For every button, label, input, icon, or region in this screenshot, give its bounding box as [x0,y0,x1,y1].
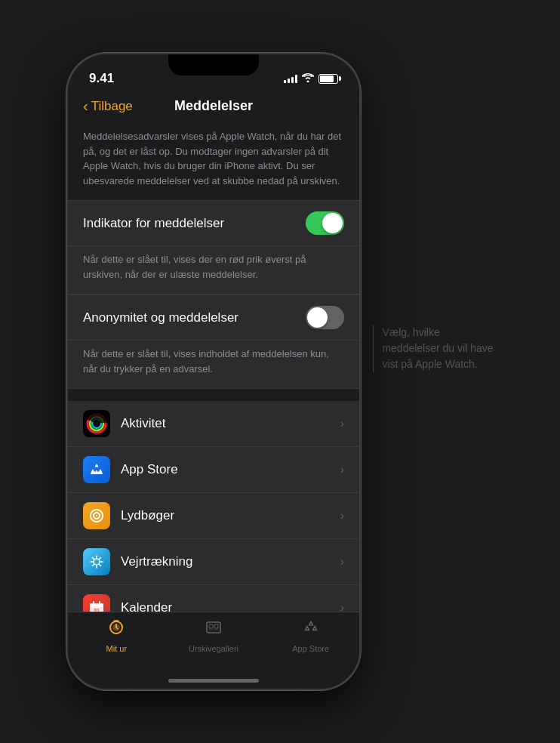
toggle-indikator[interactable] [306,211,344,235]
svg-rect-33 [214,624,218,628]
setting-label-indikator: Indikator for meddelelser [83,216,224,231]
side-annotation: Vælg, hvilke meddelelser du vil have vis… [373,325,494,372]
chevron-right-aktivitet: › [340,417,344,430]
tab-app-store[interactable]: App Store [262,618,359,653]
app-list: Aktivitet › A [68,401,359,612]
tab-app-store-icon [302,618,320,641]
chevron-right-kalender: › [340,601,344,612]
app-row-aktivitet[interactable]: Aktivitet › [68,401,359,447]
wifi-icon [302,72,314,85]
svg-line-14 [99,564,100,566]
chevron-right-lydbøger: › [340,509,344,523]
sub-description-anonymitet: Når dette er slået til, vises indholdet … [68,341,359,389]
app-row-vejrtrækning[interactable]: Vejrtrækning › [68,539,359,585]
app-name-appstore: App Store [121,462,340,477]
description-block: Meddelelsesadvarsler vises på Apple Watc… [68,120,359,200]
tab-bar: Mit ur Urskivegalleri [68,612,359,672]
tab-mit-ur-label: Mit ur [106,644,128,653]
signal-bar-4 [295,75,297,83]
vejrtrækning-icon [83,548,110,575]
battery-icon [318,74,338,84]
svg-line-15 [99,558,100,560]
back-button[interactable]: ‹ Tilbage [83,99,133,114]
home-indicator [68,672,359,689]
back-label: Tilbage [91,99,133,114]
app-name-kalender: Kalender [121,600,340,612]
separator-thick [68,389,359,395]
battery-fill [320,76,334,82]
notch [168,54,259,76]
chevron-right-appstore: › [340,463,344,476]
nav-bar: ‹ Tilbage Meddelelser [68,92,359,120]
toggle-knob-indikator [322,213,343,233]
setting-row-anonymitet[interactable]: Anonymitet og meddelelser [68,295,359,341]
scroll-content[interactable]: Meddelelsesadvarsler vises på Apple Watc… [68,120,359,612]
kalender-icon: 31 [83,594,110,612]
app-row-lydbøger[interactable]: Lydbøger › [68,493,359,539]
page-title: Meddelelser [174,98,253,114]
app-name-lydbøger: Lydbøger [121,508,340,523]
tab-mit-ur-icon [107,618,125,641]
aktivitet-icon [83,410,110,437]
app-row-appstore[interactable]: A App Store › [68,447,359,493]
app-row-kalender[interactable]: 31 Kalender › [68,585,359,612]
sub-description-text-anonymitet: Når dette er slået til, vises indholdet … [83,347,344,376]
status-time: 9.41 [89,71,114,86]
tab-urskivegalleri[interactable]: Urskivegalleri [165,618,263,653]
app-name-vejrtrækning: Vejrtrækning [121,554,340,569]
home-bar [168,679,259,683]
setting-row-indikator[interactable]: Indikator for meddelelser [68,201,359,246]
annotation-bracket: Vælg, hvilke meddelelser du vil have vis… [373,325,494,372]
svg-line-13 [93,558,94,560]
signal-bar-2 [288,79,290,83]
sub-description-indikator: Når dette er slået til, vises der en rød… [68,246,359,294]
phone-wrapper: 9.41 [66,53,494,690]
tab-urskivegalleri-label: Urskivegalleri [189,644,238,653]
toggle-knob-anonymitet [307,307,328,328]
signal-bar-1 [284,80,286,83]
svg-text:A: A [94,469,99,476]
phone-frame: 9.41 [66,53,361,690]
phone-screen: 9.41 [68,54,359,689]
appstore-icon: A [83,456,110,483]
svg-rect-32 [209,624,213,628]
back-chevron-icon: ‹ [83,98,88,113]
lydbøger-icon [83,502,110,529]
chevron-right-vejrtrækning: › [340,555,344,569]
tab-urskivegalleri-icon [205,618,223,641]
app-name-aktivitet: Aktivitet [121,416,340,431]
tab-app-store-label: App Store [292,644,329,653]
tab-mit-ur[interactable]: Mit ur [68,618,165,653]
sub-description-text-indikator: Når dette er slået til, vises der en rød… [83,252,344,282]
setting-label-anonymitet: Anonymitet og meddelelser [83,310,238,325]
svg-line-16 [93,564,94,566]
svg-rect-19 [90,603,103,606]
annotation-text: Vælg, hvilke meddelelser du vil have vis… [382,325,494,372]
toggle-anonymitet[interactable] [306,306,344,329]
status-icons [284,72,338,85]
signal-bars-icon [284,74,297,83]
signal-bar-3 [291,77,294,83]
description-text: Meddelelsesadvarsler vises på Apple Watc… [83,129,344,188]
